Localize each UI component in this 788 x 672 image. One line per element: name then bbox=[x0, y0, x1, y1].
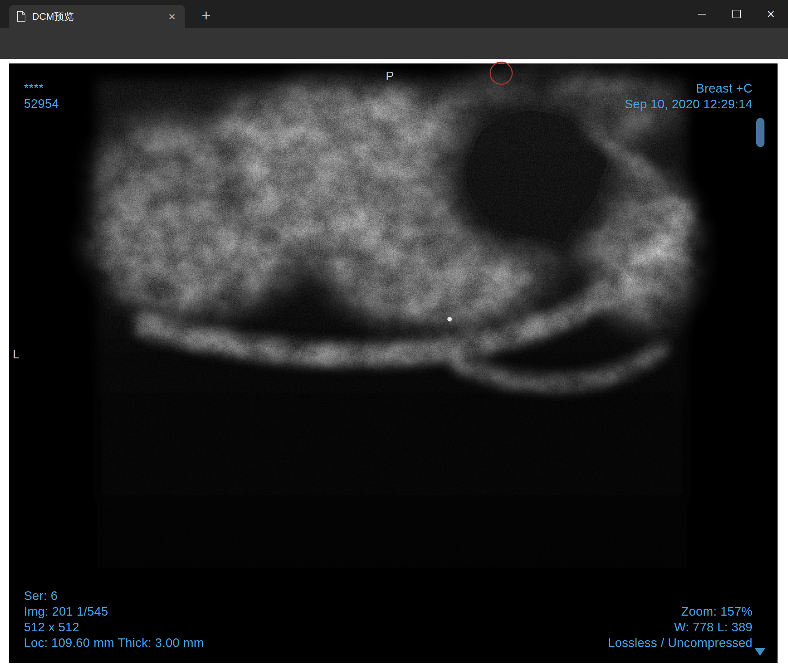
tab-close-icon[interactable]: × bbox=[166, 11, 178, 22]
patient-id: 52954 bbox=[24, 96, 59, 112]
mri-scan-image[interactable] bbox=[9, 63, 778, 663]
close-window-button[interactable]: × bbox=[754, 0, 788, 28]
document-icon bbox=[16, 11, 26, 22]
navigation-bar: https://file.kkview.cn/onlinePreview?url… bbox=[0, 28, 788, 59]
minimize-button[interactable] bbox=[685, 0, 719, 28]
window-controls: × bbox=[685, 0, 788, 28]
scrollbar-thumb[interactable] bbox=[756, 118, 764, 147]
maximize-icon bbox=[732, 10, 741, 18]
series-info-overlay: Ser: 6 Img: 201 1/545 512 x 512 Loc: 109… bbox=[24, 588, 204, 651]
image-matrix: 512 x 512 bbox=[24, 620, 204, 635]
tab-title: DCM预览 bbox=[32, 10, 166, 23]
study-datetime: Sep 10, 2020 12:29:14 bbox=[625, 96, 753, 112]
patient-info-overlay: **** 52954 bbox=[24, 80, 59, 112]
annotation-circle bbox=[489, 62, 513, 85]
page-content: **** 52954 P L Breast +C Sep 10, 2020 12… bbox=[0, 59, 788, 672]
compression-info: Lossless / Uncompressed bbox=[608, 635, 753, 651]
display-info-overlay: Zoom: 157% W: 778 L: 389 Lossless / Unco… bbox=[608, 604, 753, 651]
image-number: Img: 201 1/545 bbox=[24, 604, 204, 620]
tab-strip: DCM预览 × + × bbox=[0, 0, 788, 28]
dicom-viewer[interactable]: **** 52954 P L Breast +C Sep 10, 2020 12… bbox=[9, 63, 778, 663]
orientation-marker-left: L bbox=[13, 347, 20, 362]
study-info-overlay: Breast +C Sep 10, 2020 12:29:14 bbox=[625, 81, 753, 112]
minimize-icon bbox=[698, 14, 706, 14]
patient-name: **** bbox=[24, 80, 59, 96]
new-tab-button[interactable]: + bbox=[196, 5, 217, 26]
orientation-marker-posterior: P bbox=[383, 68, 397, 84]
maximize-button[interactable] bbox=[719, 0, 754, 28]
tab-dcm-preview[interactable]: DCM预览 × bbox=[9, 5, 185, 28]
zoom-level: Zoom: 157% bbox=[608, 604, 753, 620]
scroll-down-arrow-icon[interactable] bbox=[755, 648, 765, 656]
slice-location: Loc: 109.60 mm Thick: 3.00 mm bbox=[24, 635, 204, 651]
study-description: Breast +C bbox=[625, 81, 753, 96]
series-number: Ser: 6 bbox=[24, 588, 204, 604]
window-level: W: 778 L: 389 bbox=[608, 620, 753, 635]
